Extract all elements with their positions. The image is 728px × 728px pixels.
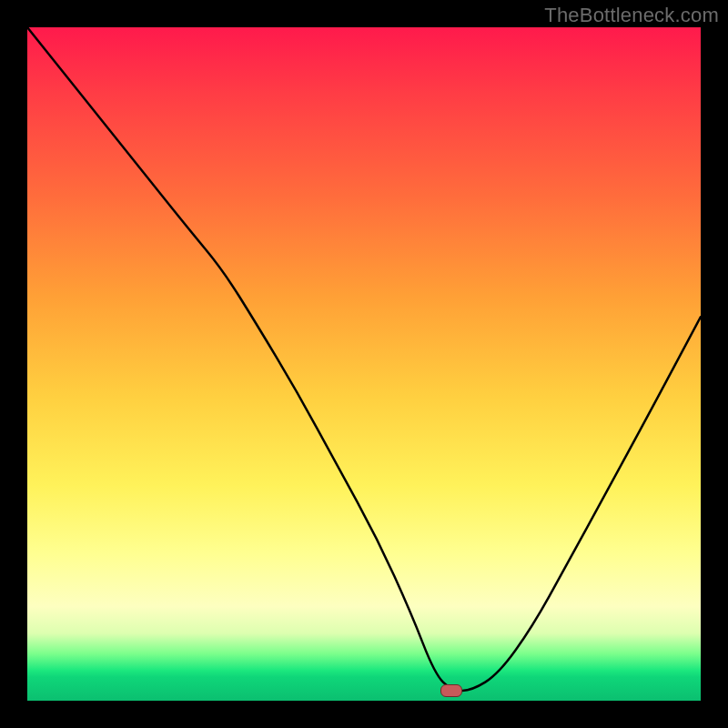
watermark-text: TheBottleneck.com	[544, 4, 719, 27]
bottleneck-curve	[27, 27, 701, 701]
chart-frame: TheBottleneck.com	[0, 0, 728, 728]
optimal-marker	[440, 684, 462, 697]
plot-area	[27, 27, 701, 701]
